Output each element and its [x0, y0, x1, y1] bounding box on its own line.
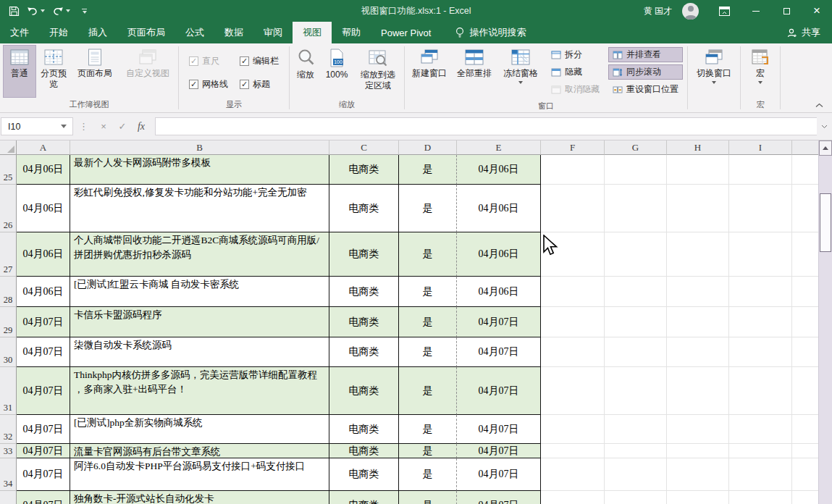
- column-header-H[interactable]: H: [667, 140, 729, 155]
- cell-empty-h[interactable]: [667, 185, 729, 232]
- cell-date2[interactable]: 04月07日: [457, 458, 541, 491]
- insert-function-button[interactable]: fx: [132, 121, 151, 133]
- name-box[interactable]: I10: [1, 117, 73, 135]
- minimize-button[interactable]: [741, 0, 771, 22]
- cell-empty-h[interactable]: [667, 277, 729, 307]
- tell-me-search[interactable]: 操作说明搜索: [455, 22, 526, 43]
- cell-empty-i[interactable]: [729, 307, 792, 337]
- cell-empty-h[interactable]: [667, 491, 729, 504]
- row-header-25[interactable]: 25: [0, 155, 17, 185]
- tab-数据[interactable]: 数据: [214, 22, 253, 43]
- cell-empty-g[interactable]: [605, 367, 667, 415]
- zoom-to-selection-button[interactable]: 缩放到选定区域: [355, 45, 401, 98]
- undo-button[interactable]: [27, 7, 45, 16]
- cell-empty-f[interactable]: [541, 155, 605, 185]
- row-header-28[interactable]: 28: [0, 277, 17, 307]
- cell-empty-i[interactable]: [729, 337, 792, 367]
- cell-title[interactable]: 彩虹代刷免授权,修复发卡功能和分站功能+完全无加密: [70, 185, 329, 232]
- tab-帮助[interactable]: 帮助: [332, 22, 371, 43]
- cell-date[interactable]: 04月07日: [17, 491, 70, 504]
- cell-category[interactable]: 电商类: [329, 415, 399, 444]
- cell-empty-g[interactable]: [605, 458, 667, 491]
- row-header-35[interactable]: 35: [0, 491, 17, 504]
- collapse-ribbon-button[interactable]: [815, 103, 823, 108]
- cell-category[interactable]: 电商类: [329, 491, 399, 504]
- row-header-31[interactable]: 31: [0, 367, 17, 415]
- select-all-button[interactable]: [0, 140, 17, 155]
- tab-审阅[interactable]: 审阅: [253, 22, 293, 43]
- custom-views-button[interactable]: 自定义视图: [120, 45, 175, 98]
- vertical-scrollbar[interactable]: [818, 140, 832, 504]
- cell-category[interactable]: 电商类: [329, 185, 399, 232]
- row-header-29[interactable]: 29: [0, 307, 17, 337]
- expand-formula-bar-button[interactable]: [817, 125, 832, 129]
- cell-empty-g[interactable]: [605, 232, 667, 277]
- tab-插入[interactable]: 插入: [78, 22, 117, 43]
- cell-category[interactable]: 电商类: [329, 307, 399, 337]
- cell-flag[interactable]: 是: [399, 185, 457, 232]
- cell-title[interactable]: 个人商城带回收功能二开逍遥B2C商城系统源码可商用版/拼团拼购优惠折扣秒杀源码: [70, 232, 329, 277]
- cell-category[interactable]: 电商类: [329, 367, 399, 415]
- cell-empty-i[interactable]: [729, 415, 792, 444]
- cell-date2[interactable]: 04月06日: [457, 277, 541, 307]
- cell-title[interactable]: 流量卡官网源码有后台带文章系统: [70, 444, 329, 458]
- cell-empty-f[interactable]: [541, 491, 605, 504]
- row-header-26[interactable]: 26: [0, 185, 17, 232]
- cell-title[interactable]: [已测试]红盟云卡商城 自动发卡密系统: [70, 277, 329, 307]
- cell-empty-f[interactable]: [541, 185, 605, 232]
- cell-empty-f[interactable]: [541, 458, 605, 491]
- page-break-preview-button[interactable]: 分页预览: [38, 45, 70, 98]
- cell-empty-h[interactable]: [667, 444, 729, 458]
- cell-date2[interactable]: 04月06日: [457, 185, 541, 232]
- cell-title[interactable]: 阿洋6.0自动发卡PHP平台源码易支付接口+码支付接口: [70, 458, 329, 491]
- cell-flag[interactable]: 是: [399, 444, 457, 458]
- cell-empty-g[interactable]: [605, 307, 667, 337]
- cell-date[interactable]: 04月07日: [17, 337, 70, 367]
- freeze-panes-button[interactable]: 冻结窗格: [497, 45, 544, 99]
- tab-Power Pivot[interactable]: Power Pivot: [371, 22, 441, 43]
- cell-empty-f[interactable]: [541, 337, 605, 367]
- synchronous-scrolling-button[interactable]: 同步滚动: [608, 64, 683, 80]
- maximize-button[interactable]: [771, 0, 802, 22]
- cell-empty-h[interactable]: [667, 458, 729, 491]
- tab-文件[interactable]: 文件: [0, 22, 39, 43]
- cell-date2[interactable]: 04月07日: [457, 444, 541, 458]
- cell-empty-g[interactable]: [605, 491, 667, 504]
- cell-category[interactable]: 电商类: [329, 458, 399, 491]
- cell-title[interactable]: [已测试]php全新实物商城系统: [70, 415, 329, 444]
- cell-date[interactable]: 04月06日: [17, 185, 70, 232]
- row-header-30[interactable]: 30: [0, 337, 17, 367]
- cell-empty-i[interactable]: [729, 155, 792, 185]
- cell-date[interactable]: 04月07日: [17, 458, 70, 491]
- cell-title[interactable]: Thinkphp内核仿拼多多源码，完美运营版带详细配置教程 ，多商家入驻+出码平…: [70, 367, 329, 415]
- cell-empty-i[interactable]: [729, 277, 792, 307]
- row-header-33[interactable]: 33: [0, 444, 17, 458]
- cell-date2[interactable]: 04月07日: [457, 307, 541, 337]
- cell-flag[interactable]: 是: [399, 232, 457, 277]
- page-layout-view-button[interactable]: 页面布局: [71, 45, 119, 98]
- cell-title[interactable]: 最新个人发卡网源码附带多模板: [70, 155, 329, 185]
- formula-bar-checkbox[interactable]: ✓编辑栏: [240, 55, 279, 67]
- hide-button[interactable]: 隐藏: [547, 64, 604, 80]
- ribbon-display-options-button[interactable]: [712, 7, 736, 16]
- cell-date2[interactable]: 04月07日: [457, 491, 541, 504]
- ruler-checkbox[interactable]: ✓直尺: [189, 55, 228, 67]
- column-header-C[interactable]: C: [329, 140, 399, 155]
- customize-qat-button[interactable]: [82, 9, 87, 14]
- cell-date[interactable]: 04月06日: [17, 155, 70, 185]
- cell-flag[interactable]: 是: [399, 491, 457, 504]
- normal-view-button[interactable]: 普通: [3, 45, 36, 98]
- cell-flag[interactable]: 是: [399, 367, 457, 415]
- redo-button[interactable]: [52, 7, 70, 16]
- cell-flag[interactable]: 是: [399, 458, 457, 491]
- row-header-27[interactable]: 27: [0, 232, 17, 277]
- cell-flag[interactable]: 是: [399, 337, 457, 367]
- cell-empty-g[interactable]: [605, 155, 667, 185]
- zoom-button[interactable]: 缩放: [293, 45, 319, 98]
- headings-checkbox[interactable]: ✓标题: [240, 78, 279, 91]
- cell-empty-i[interactable]: [729, 232, 792, 277]
- column-header-I[interactable]: I: [729, 140, 792, 155]
- cell-empty-i[interactable]: [729, 444, 792, 458]
- confirm-entry-button[interactable]: ✓: [113, 121, 132, 132]
- switch-windows-button[interactable]: 切换窗口: [691, 45, 737, 101]
